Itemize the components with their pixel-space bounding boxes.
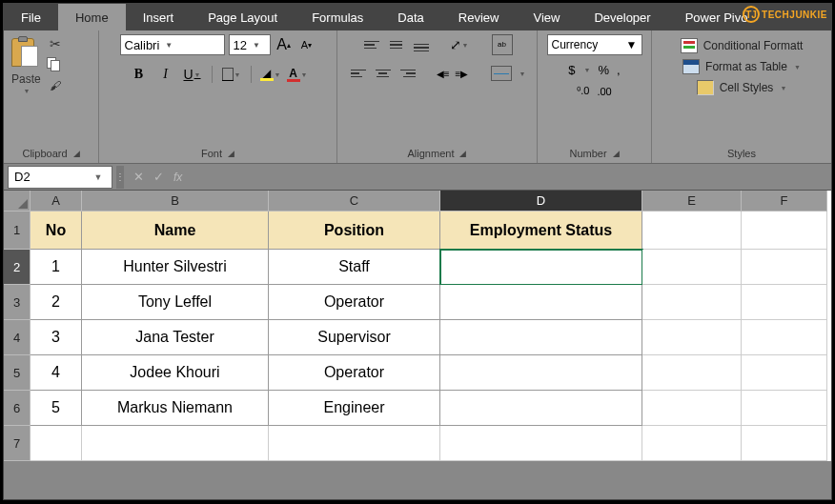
font-size-combo[interactable]: 12▼ [229,34,271,55]
cell-e6[interactable] [642,391,742,426]
cell-b4[interactable]: Jana Tester [82,320,269,355]
conditional-formatting-button[interactable]: Conditional Formatt [681,38,804,53]
italic-button[interactable]: I [156,65,175,84]
cell-f3[interactable] [742,285,827,320]
percent-format-button[interactable]: % [598,63,609,77]
cell-f1[interactable] [742,212,827,250]
cell-a1[interactable]: No [31,212,82,250]
align-right-button[interactable] [398,65,418,82]
tab-developer[interactable]: Developer [577,4,667,30]
row-header-3[interactable]: 3 [4,285,31,320]
cell-a5[interactable]: 4 [31,355,82,391]
underline-button[interactable]: U▼ [183,65,202,84]
formula-input[interactable] [192,166,831,189]
alignment-launcher-icon[interactable]: ◢ [459,149,466,158]
paste-button[interactable]: Paste ▼ [10,34,43,96]
row-header-4[interactable]: 4 [4,320,31,355]
cell-b1[interactable]: Name [82,212,269,250]
cell-b2[interactable]: Hunter Silvestri [82,250,269,285]
cell-b6[interactable]: Markus Niemann [82,391,269,426]
increase-indent-button[interactable]: ≡▶ [456,69,469,79]
name-box[interactable]: D2▼ [8,166,112,189]
cell-a6[interactable]: 5 [31,391,82,426]
align-left-button[interactable] [349,65,368,82]
cell-d7[interactable] [440,426,642,461]
number-format-combo[interactable]: Currency▼ [547,34,642,55]
cell-b5[interactable]: Jodee Khouri [82,355,269,391]
select-all-corner[interactable] [4,191,31,212]
cell-f5[interactable] [742,355,827,391]
col-header-f[interactable]: F [742,191,827,212]
cell-a2[interactable]: 1 [31,250,82,285]
cell-a4[interactable]: 3 [31,320,82,355]
row-header-1[interactable]: 1 [4,212,31,250]
cell-c4[interactable]: Supervisor [269,320,440,355]
tab-insert[interactable]: Insert [126,4,192,30]
cell-d6[interactable] [440,391,642,426]
comma-format-button[interactable]: , [617,63,621,77]
insert-function-button[interactable]: fx [173,171,182,184]
cell-e4[interactable] [642,320,742,355]
row-header-7[interactable]: 7 [4,426,31,461]
fill-color-button[interactable]: ◢▼ [261,65,280,84]
decrease-decimal-button[interactable]: .00 [597,86,611,97]
cell-c5[interactable]: Operator [269,355,440,391]
cell-f2[interactable] [742,250,827,285]
cell-e3[interactable] [642,285,742,320]
increase-decimal-button[interactable]: ⁰.0 [577,85,589,97]
orientation-button[interactable]: ⤢▼ [450,35,469,54]
row-header-5[interactable]: 5 [4,355,31,391]
cell-c2[interactable]: Staff [269,250,440,285]
col-header-c[interactable]: C [269,191,440,212]
clipboard-launcher-icon[interactable]: ◢ [73,149,80,158]
cell-f6[interactable] [742,391,827,426]
format-as-table-button[interactable]: Format as Table▼ [682,59,801,74]
cell-d5[interactable] [440,355,642,391]
format-painter-button[interactable] [47,78,64,93]
cell-d2[interactable] [440,250,642,285]
font-color-button[interactable]: A▼ [288,65,307,84]
bold-button[interactable]: B [130,65,149,84]
col-header-e[interactable]: E [642,191,742,212]
tab-data[interactable]: Data [380,4,440,30]
tab-view[interactable]: View [516,4,577,30]
col-header-a[interactable]: A [31,191,82,212]
cell-c1[interactable]: Position [269,212,440,250]
decrease-indent-button[interactable]: ◀≡ [437,69,450,79]
cell-e2[interactable] [642,250,742,285]
borders-button[interactable]: ▼ [222,65,241,84]
cell-styles-button[interactable]: Cell Styles▼ [697,80,787,95]
row-header-6[interactable]: 6 [4,391,31,426]
cell-b7[interactable] [82,426,269,461]
merge-center-button[interactable] [491,66,512,81]
cell-e5[interactable] [642,355,742,391]
tab-page-layout[interactable]: Page Layout [191,4,295,30]
col-header-d[interactable]: D [440,191,642,212]
font-launcher-icon[interactable]: ◢ [228,149,234,158]
accounting-format-button[interactable]: $ [568,63,575,77]
cell-f7[interactable] [742,426,827,461]
align-middle-button[interactable] [387,36,406,53]
tab-formulas[interactable]: Formulas [295,4,380,30]
increase-font-size-button[interactable]: A▴ [275,35,294,54]
cell-c6[interactable]: Engineer [269,391,440,426]
align-bottom-button[interactable] [412,36,431,53]
cell-a7[interactable] [31,426,82,461]
cell-c3[interactable]: Operator [269,285,440,320]
cell-c7[interactable] [269,426,440,461]
tab-home[interactable]: Home [58,4,126,30]
wrap-text-button[interactable]: ab [492,34,513,55]
cell-d4[interactable] [440,320,642,355]
cell-d1[interactable]: Employment Status [440,212,642,250]
chevron-down-icon[interactable]: ▼ [519,71,525,77]
tab-file[interactable]: File [4,4,58,30]
font-name-combo[interactable]: Calibri▼ [120,34,225,55]
enter-formula-button[interactable]: ✓ [153,170,164,184]
align-center-button[interactable] [374,65,393,82]
decrease-font-size-button[interactable]: A▾ [297,35,316,54]
tab-review[interactable]: Review [441,4,517,30]
cell-a3[interactable]: 2 [31,285,82,320]
number-launcher-icon[interactable]: ◢ [613,149,620,158]
cell-e7[interactable] [642,426,742,461]
cell-d3[interactable] [440,285,642,320]
